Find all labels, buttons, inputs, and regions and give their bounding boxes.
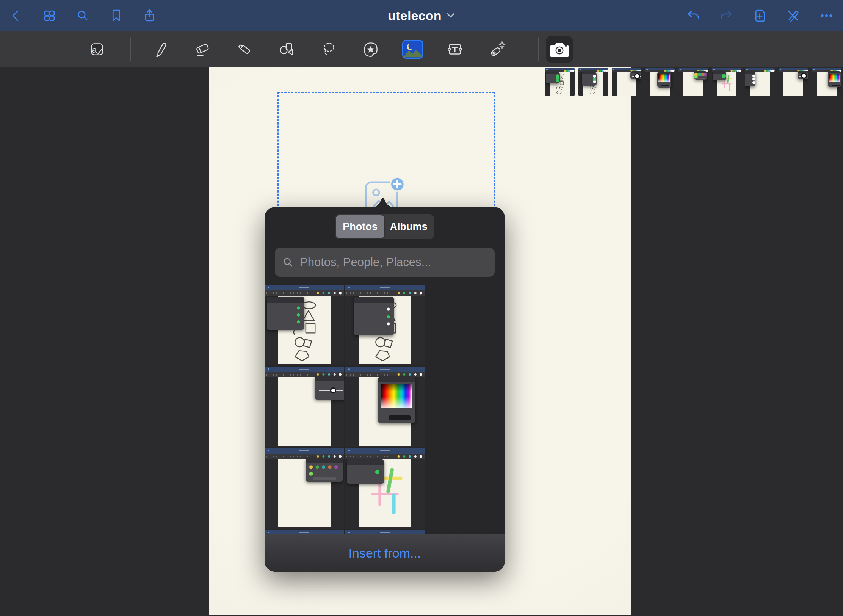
toolbar-divider xyxy=(130,37,131,61)
lasso-icon xyxy=(319,40,338,59)
zoom-window-tool[interactable]: a xyxy=(86,39,107,60)
chevron-down-icon xyxy=(447,13,455,19)
pages-grid-icon xyxy=(42,9,56,23)
mini-toolbar xyxy=(345,290,425,296)
photo-thumbnail[interactable] xyxy=(345,367,425,447)
photo-thumbnail[interactable] xyxy=(345,530,425,535)
more-ellipsis-icon xyxy=(819,9,834,23)
shapes-tool[interactable] xyxy=(276,39,297,60)
readonly-toggle-button[interactable] xyxy=(785,8,801,23)
mini-popover xyxy=(347,459,384,484)
mini-navbar xyxy=(345,530,425,535)
mini-popover xyxy=(378,377,415,423)
mini-navbar xyxy=(345,285,425,290)
nav-right-group xyxy=(685,0,834,31)
pages-overview-button[interactable] xyxy=(42,8,57,23)
pen-tool[interactable] xyxy=(150,39,171,60)
photo-thumbnail[interactable] xyxy=(812,68,841,96)
text-icon xyxy=(445,40,464,59)
undo-button[interactable] xyxy=(685,8,700,23)
mini-toolbar xyxy=(745,70,775,72)
search-button[interactable] xyxy=(75,8,90,23)
photo-thumbnail[interactable] xyxy=(345,448,425,529)
more-options-button[interactable] xyxy=(819,8,834,23)
mini-popover xyxy=(267,297,304,330)
search-input[interactable] xyxy=(299,255,487,270)
text-tool[interactable] xyxy=(444,39,465,60)
photos-grid xyxy=(265,285,505,534)
mini-toolbar xyxy=(345,372,425,377)
mini-popover xyxy=(694,71,708,80)
mini-popover xyxy=(657,72,671,88)
highlighter-icon xyxy=(235,40,254,59)
photo-thumbnail[interactable] xyxy=(265,367,344,447)
photo-thumbnail[interactable] xyxy=(578,68,608,96)
photo-thumbnail[interactable] xyxy=(265,448,344,529)
readonly-pen-icon xyxy=(786,9,800,23)
photo-thumbnail[interactable] xyxy=(265,530,344,535)
mini-navbar xyxy=(265,530,344,535)
mini-toolbar xyxy=(265,290,344,296)
photo-thumbnail[interactable] xyxy=(779,68,808,96)
tab-photos[interactable]: Photos xyxy=(336,215,384,238)
bookmark-icon xyxy=(109,9,123,23)
mini-navbar xyxy=(345,448,425,454)
eraser-icon xyxy=(193,40,212,59)
search-icon xyxy=(76,9,90,23)
nav-bar: utelecon xyxy=(0,0,843,31)
share-button[interactable] xyxy=(142,8,157,23)
photo-thumbnail[interactable] xyxy=(678,68,708,96)
photo-thumbnail[interactable] xyxy=(645,68,675,96)
mini-navbar xyxy=(265,448,344,454)
share-icon xyxy=(143,9,157,23)
laser-tool[interactable] xyxy=(486,39,508,60)
mini-toolbar xyxy=(345,454,425,459)
photo-search-field xyxy=(275,248,495,277)
eraser-tool[interactable] xyxy=(192,39,213,60)
popover-arrow xyxy=(371,197,394,207)
mini-popover xyxy=(630,71,641,79)
undo-icon xyxy=(686,9,700,23)
photo-thumbnail[interactable] xyxy=(712,68,741,96)
mini-navbar xyxy=(345,367,425,372)
svg-text:a: a xyxy=(92,45,97,55)
camera-button[interactable] xyxy=(546,36,573,63)
mini-popover xyxy=(315,376,344,400)
shapes-icon xyxy=(277,40,296,59)
add-page-icon xyxy=(753,9,767,23)
tools-group: a xyxy=(86,37,543,61)
app-window: utelecon xyxy=(0,0,843,616)
photo-thumbnail[interactable] xyxy=(265,285,344,365)
mini-popover xyxy=(582,72,597,86)
elements-tool[interactable] xyxy=(360,39,381,60)
highlighter-tool[interactable] xyxy=(234,39,255,60)
mini-popover xyxy=(828,71,841,87)
tab-albums[interactable]: Albums xyxy=(384,215,433,238)
mini-toolbar xyxy=(545,70,575,72)
photo-thumbnail[interactable] xyxy=(345,285,425,365)
photo-thumbnail[interactable] xyxy=(612,68,641,96)
nav-left-group xyxy=(8,8,157,23)
recent-photos-strip[interactable] xyxy=(545,68,843,97)
search-icon xyxy=(282,257,294,268)
camera-icon xyxy=(550,41,569,58)
page-title: utelecon xyxy=(388,8,441,23)
lasso-tool[interactable] xyxy=(318,39,339,60)
document-title-menu[interactable]: utelecon xyxy=(388,0,455,31)
bookmark-button[interactable] xyxy=(108,8,124,23)
photo-tool[interactable] xyxy=(402,40,423,59)
photo-thumbnail[interactable] xyxy=(545,68,575,96)
pen-icon xyxy=(151,40,170,59)
laser-pointer-icon xyxy=(487,40,506,59)
mini-popover xyxy=(745,72,755,86)
photo-image-icon xyxy=(403,41,422,58)
tool-bar: a xyxy=(0,31,843,67)
redo-button[interactable] xyxy=(719,8,734,23)
mini-popover xyxy=(798,71,808,79)
insert-from-button[interactable]: Insert from... xyxy=(265,534,505,572)
photo-thumbnail[interactable] xyxy=(745,68,775,96)
mini-popover xyxy=(546,72,560,83)
add-page-button[interactable] xyxy=(752,8,767,23)
photo-picker-popover: Photos Albums xyxy=(265,207,505,572)
back-button[interactable] xyxy=(8,8,24,23)
